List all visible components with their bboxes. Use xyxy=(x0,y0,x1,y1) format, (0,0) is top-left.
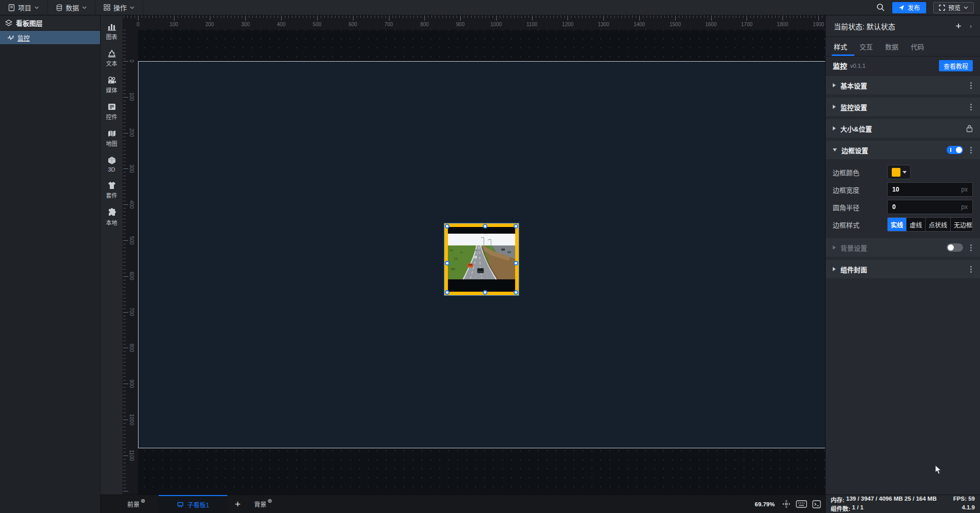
border-enabled-toggle[interactable] xyxy=(947,146,963,154)
input-unit: px xyxy=(961,186,968,193)
fit-to-screen-icon[interactable] xyxy=(782,500,791,508)
toolbar-item-media[interactable]: 媒体 xyxy=(106,76,117,94)
expand-states-button[interactable]: › xyxy=(970,22,972,30)
toolbar-item-label: 控件 xyxy=(106,112,117,121)
component-version: v0.1.1 xyxy=(850,63,866,69)
toolbar-item-label: 套件 xyxy=(106,191,117,199)
collapse-arrow-icon xyxy=(833,105,836,109)
section-size-position[interactable]: 大小&位置 xyxy=(826,119,980,138)
preview-label: 预览 xyxy=(948,3,961,12)
console-terminal-icon[interactable] xyxy=(812,500,821,508)
layer-item-monitor[interactable]: 监控 xyxy=(0,31,100,44)
resize-handle-ne[interactable] xyxy=(514,224,518,229)
active-tab-indicator xyxy=(832,54,854,56)
menu-operations[interactable]: 操作 xyxy=(95,0,143,15)
selected-monitor-component[interactable] xyxy=(444,223,519,295)
section-label: 背景设置 xyxy=(840,243,867,253)
more-options-icon[interactable] xyxy=(969,243,973,252)
toolbar-item-local[interactable]: 本地 xyxy=(106,208,117,226)
resize-handle-sw[interactable] xyxy=(445,290,449,295)
zoom-percentage[interactable]: 69.79% xyxy=(755,501,775,507)
border-radius-input[interactable]: 0 px xyxy=(887,200,973,214)
layers-panel-header: 看板图层 xyxy=(0,15,100,31)
section-label: 大小&位置 xyxy=(840,124,872,134)
toolbar-item-kits[interactable]: 套件 xyxy=(106,181,117,199)
section-background-settings[interactable]: 背景设置 xyxy=(826,238,980,257)
border-style-none[interactable]: 无边框 xyxy=(951,218,973,231)
more-options-icon[interactable] xyxy=(969,81,973,90)
tab-style[interactable]: 样式 xyxy=(834,42,847,51)
memory-value: 139 / 3947 / 4096 MB 25 / 164 MB xyxy=(846,496,936,504)
collapse-arrow-icon xyxy=(833,83,836,87)
resize-handle-w[interactable] xyxy=(445,261,449,265)
publish-button[interactable]: 发布 xyxy=(892,2,926,13)
collapse-arrow-icon xyxy=(833,245,836,250)
more-options-icon[interactable] xyxy=(969,265,973,274)
fps-label: FPS: xyxy=(953,496,967,502)
resize-handle-se[interactable] xyxy=(514,290,518,295)
section-monitor-settings[interactable]: 监控设置 xyxy=(826,98,980,116)
border-style-dotted[interactable]: 点状线 xyxy=(926,218,951,231)
kit-icon xyxy=(107,181,116,189)
add-board-button[interactable]: + xyxy=(227,495,248,513)
fps-value: 59 xyxy=(968,496,975,502)
add-background-icon[interactable]: ⊕ xyxy=(267,498,272,504)
border-settings-body: 边框颜色 边框宽度 10 px 圆角半径 0 xyxy=(826,162,980,238)
collapse-arrow-icon xyxy=(833,267,836,271)
search-icon[interactable] xyxy=(876,3,885,12)
keyboard-shortcuts-icon[interactable] xyxy=(796,500,807,508)
section-basic-settings[interactable]: 基本设置 xyxy=(826,76,980,94)
border-style-solid[interactable]: 实线 xyxy=(888,218,907,231)
ruler-label: 400 xyxy=(271,22,291,27)
active-board-tab[interactable]: 子看板1 xyxy=(159,495,227,513)
toolbar-item-charts[interactable]: 图表 xyxy=(106,23,117,41)
border-color-picker[interactable] xyxy=(887,165,911,179)
toolbar-item-widgets[interactable]: 控件 xyxy=(106,103,117,121)
publish-label: 发布 xyxy=(908,3,920,12)
ruler-label: 900 xyxy=(450,22,471,27)
tab-code[interactable]: 代码 xyxy=(911,42,924,51)
background-enabled-toggle[interactable] xyxy=(947,243,963,252)
inspector-panel: 当前状态: 默认状态 + › 样式 交互 数据 代码 监控 v0.1.1 查看教… xyxy=(825,15,980,513)
menu-project[interactable]: 项目 xyxy=(0,0,48,15)
menu-data-label: 数据 xyxy=(66,3,79,12)
grid-icon xyxy=(104,4,110,11)
lock-icon[interactable] xyxy=(966,125,973,132)
menu-project-label: 项目 xyxy=(18,3,31,12)
tab-data[interactable]: 数据 xyxy=(885,42,898,51)
view-tutorial-button[interactable]: 查看教程 xyxy=(939,60,973,71)
resize-handle-s[interactable] xyxy=(483,290,487,295)
ruler-label: 700 xyxy=(129,302,134,322)
memory-label: 内存: xyxy=(831,496,845,504)
background-tab[interactable]: 背景 ⊕ xyxy=(248,495,278,513)
border-width-input[interactable]: 10 px xyxy=(887,182,973,197)
toolbar-item-map[interactable]: 地图 xyxy=(106,129,117,147)
resize-handle-nw[interactable] xyxy=(445,224,449,229)
ruler-label: 300 xyxy=(129,158,134,179)
section-component-cover[interactable]: 组件封面 xyxy=(826,260,980,278)
menu-data[interactable]: 数据 xyxy=(48,0,95,15)
foreground-tab[interactable]: 前景 ⊕ xyxy=(121,495,151,513)
resize-handle-e[interactable] xyxy=(514,261,518,265)
ruler-label: 1100 xyxy=(522,22,542,27)
components-count-value: 1 / 1 xyxy=(852,504,864,512)
add-state-button[interactable]: + xyxy=(956,21,962,31)
vertical-ruler: 010020030040050060070080090010001100 xyxy=(123,30,138,495)
canvas-workspace[interactable] xyxy=(138,30,825,495)
section-border-settings[interactable]: 边框设置 xyxy=(826,141,980,159)
add-foreground-icon[interactable]: ⊕ xyxy=(141,498,145,504)
ruler-label: 400 xyxy=(129,194,134,215)
tab-interaction[interactable]: 交互 xyxy=(859,42,873,51)
ruler-label: 200 xyxy=(200,22,220,27)
toolbar-item-text[interactable]: 文本 xyxy=(106,49,117,67)
ruler-label: 800 xyxy=(414,22,435,27)
more-options-icon[interactable] xyxy=(969,103,973,111)
ruler-label: 1300 xyxy=(593,22,614,27)
toolbar-item-3d[interactable]: 3D xyxy=(107,156,116,173)
border-style-dashed[interactable]: 虚线 xyxy=(907,218,926,231)
caret-down-icon xyxy=(903,171,907,174)
preview-button[interactable]: 预览 xyxy=(933,2,974,13)
send-icon xyxy=(898,5,905,11)
more-options-icon[interactable] xyxy=(969,146,973,155)
resize-handle-n[interactable] xyxy=(483,224,487,229)
